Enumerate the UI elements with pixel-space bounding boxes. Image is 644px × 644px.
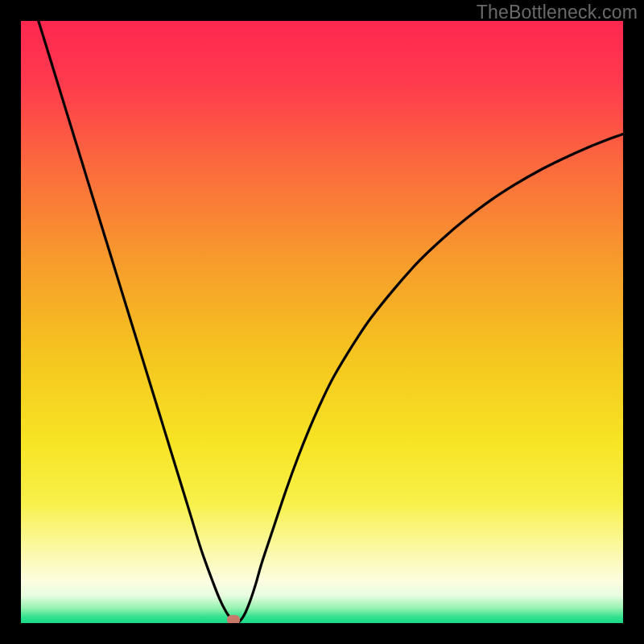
curve-layer: [21, 21, 623, 623]
optimum-marker: [227, 615, 240, 624]
chart-frame: TheBottleneck.com: [0, 0, 644, 644]
bottleneck-curve: [21, 21, 623, 622]
plot-area: [21, 21, 623, 623]
watermark-text: TheBottleneck.com: [477, 2, 638, 23]
